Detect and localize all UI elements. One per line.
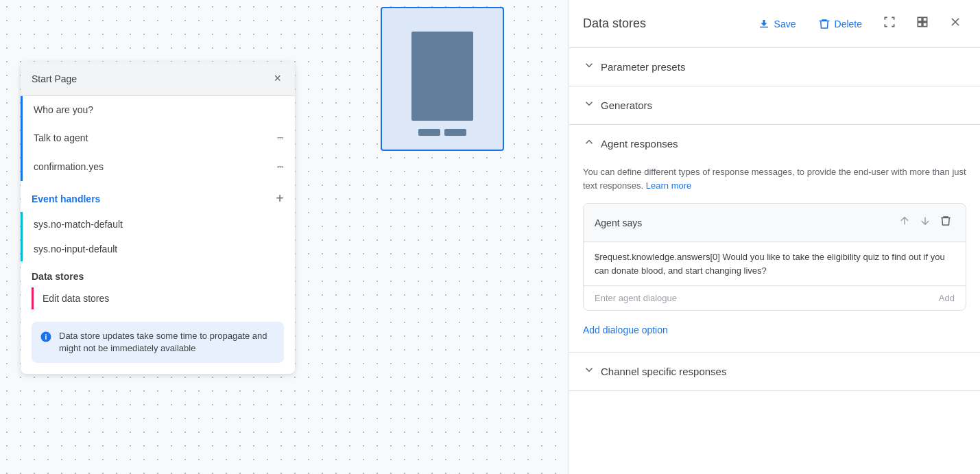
close-button[interactable]: ×: [271, 70, 284, 87]
edit-datastores-item[interactable]: Edit data stores: [32, 287, 284, 309]
channel-specific-header[interactable]: Channel specific responses: [569, 353, 980, 390]
agent-dialogue-input[interactable]: [595, 293, 933, 303]
parameter-presets-section: Parameter presets: [569, 48, 980, 86]
event-item-no-match[interactable]: sys.no-match-default: [21, 212, 295, 237]
flow-card-btn-2: [444, 129, 466, 136]
info-box: i Data store updates take some time to p…: [32, 322, 284, 363]
chevron-down-icon: [583, 59, 595, 75]
svg-text:i: i: [45, 333, 47, 341]
nav-item-who-are-you[interactable]: Who are you?: [21, 96, 295, 123]
agent-says-content: $request.knowledge.answers[0] Would you …: [584, 242, 966, 285]
event-handlers-title: Event handlers: [32, 193, 100, 204]
card-header: Start Page ×: [21, 62, 295, 96]
expand-icon: [883, 15, 896, 29]
nav-item-talk-to-agent[interactable]: Talk to agent ⎓: [21, 123, 295, 152]
nav-item-label: Talk to agent: [34, 132, 277, 143]
document-icon: ⎓: [277, 161, 284, 173]
grid-icon: [916, 15, 929, 29]
agent-responses-description: You can define different types of respon…: [583, 165, 966, 192]
delete-label: Delete: [835, 19, 862, 29]
datastores-section: Data stores Edit data stores: [21, 261, 295, 315]
expand-button[interactable]: [879, 11, 900, 36]
channel-specific-title: Channel specific responses: [601, 366, 726, 377]
start-page-card: Start Page × Who are you? Talk to agent …: [21, 62, 295, 374]
agent-says-title: Agent says: [595, 217, 890, 228]
generators-header[interactable]: Generators: [569, 86, 980, 124]
right-panel-body: Parameter presets Generators: [569, 48, 980, 474]
datastores-title: Data stores: [32, 271, 284, 282]
agent-responses-title: Agent responses: [601, 138, 678, 150]
add-dialogue-option-button[interactable]: Add dialogue option: [583, 319, 668, 341]
agent-says-controls: [896, 212, 955, 233]
move-up-button[interactable]: [896, 212, 913, 233]
event-item-no-input[interactable]: sys.no-input-default: [21, 237, 295, 261]
right-panel-title: Data stores: [583, 16, 741, 31]
agent-says-header: Agent says: [584, 204, 966, 242]
parameter-presets-title: Parameter presets: [601, 61, 685, 73]
card-body: Who are you? Talk to agent ⎓ confirmatio…: [21, 96, 295, 363]
agent-dialogue-input-row: Add: [584, 285, 966, 310]
event-item-label: sys.no-input-default: [34, 244, 117, 254]
center-panel: [315, 0, 569, 474]
chevron-down-icon: [583, 364, 595, 379]
flow-card-btn-1: [418, 129, 440, 136]
save-icon: [758, 18, 770, 30]
flow-diagram-inner: [411, 32, 473, 121]
chevron-up-icon: [583, 136, 595, 152]
nav-item-label: Who are you?: [34, 104, 284, 115]
parameter-presets-header[interactable]: Parameter presets: [569, 48, 980, 86]
flow-card-buttons: [418, 129, 466, 136]
card-title: Start Page: [32, 73, 77, 84]
event-item-label: sys.no-match-default: [34, 219, 123, 230]
save-button[interactable]: Save: [752, 14, 802, 34]
agent-responses-section: Agent responses You can define different…: [569, 125, 980, 353]
generators-title: Generators: [601, 99, 652, 111]
info-message: Data store updates take some time to pro…: [59, 330, 276, 355]
close-right-panel-button[interactable]: [944, 11, 966, 36]
agent-says-card: Agent says: [583, 203, 966, 311]
add-label: Add: [939, 293, 955, 303]
generators-section: Generators: [569, 86, 980, 125]
nav-item-label: confirmation.yes: [34, 161, 277, 172]
agent-responses-header[interactable]: Agent responses: [569, 125, 980, 163]
add-event-handler-button[interactable]: +: [276, 191, 284, 206]
document-icon: ⎓: [277, 132, 284, 144]
delete-button[interactable]: Delete: [813, 14, 868, 34]
info-icon: i: [40, 331, 52, 346]
delete-agent-says-button[interactable]: [937, 212, 955, 233]
flow-diagram-card: [381, 7, 504, 151]
grid-button[interactable]: [911, 11, 933, 36]
channel-specific-section: Channel specific responses: [569, 353, 980, 391]
save-label: Save: [774, 19, 796, 29]
event-handlers-section: Event handlers +: [21, 181, 295, 212]
learn-more-link[interactable]: Learn more: [646, 180, 691, 191]
edit-datastores-label: Edit data stores: [43, 293, 109, 304]
nav-item-confirmation-yes[interactable]: confirmation.yes ⎓: [21, 152, 295, 181]
right-panel-header: Data stores Save Delete: [569, 0, 980, 48]
right-panel: Data stores Save Delete: [569, 0, 980, 474]
left-panel: Start Page × Who are you? Talk to agent …: [0, 0, 315, 474]
move-down-button[interactable]: [916, 212, 934, 233]
close-icon: [948, 15, 962, 29]
chevron-down-icon: [583, 97, 595, 113]
agent-responses-body: You can define different types of respon…: [569, 163, 980, 352]
delete-icon: [818, 18, 830, 30]
